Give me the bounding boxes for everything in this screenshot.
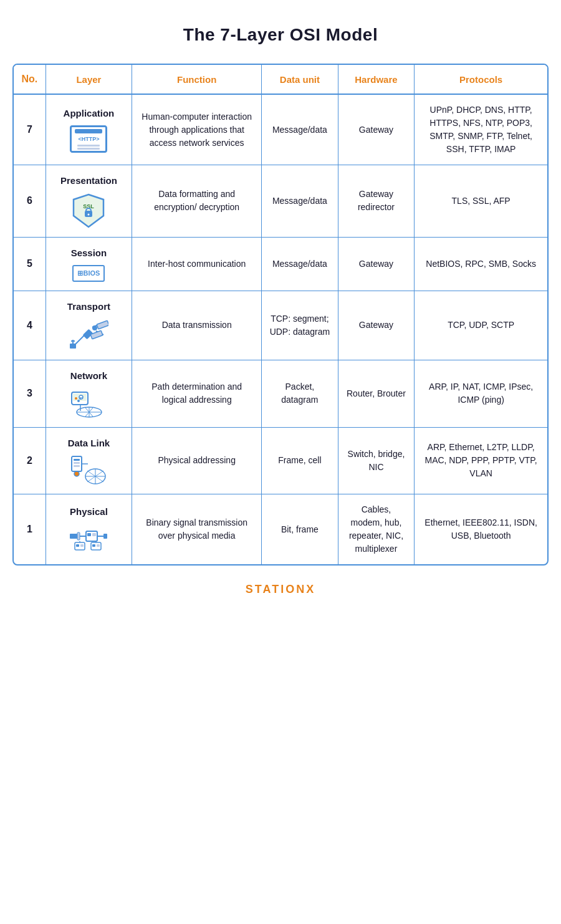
layer-name-text: Transport	[52, 300, 126, 314]
header-no: No.	[14, 65, 46, 94]
cell-layer: Data Link	[46, 427, 132, 494]
brand-part2: X	[306, 583, 315, 595]
cell-no: 2	[14, 427, 46, 494]
cell-hardware: Gateway	[338, 291, 415, 360]
layer-name-text: Session	[52, 246, 126, 261]
brand-part1: STATION	[246, 583, 306, 595]
svg-rect-39	[77, 532, 80, 540]
table-row: 6Presentation SSL Data formatting and en…	[14, 165, 547, 238]
satellite-icon	[69, 319, 108, 351]
svg-point-18	[75, 397, 77, 400]
cell-dataunit: Message/data	[262, 165, 338, 238]
svg-rect-10	[91, 330, 103, 339]
cell-protocols: TLS, SSL, AFP	[415, 165, 547, 238]
cell-layer: Session ⊞BIOS	[46, 237, 132, 291]
svg-rect-29	[74, 462, 80, 464]
svg-rect-38	[70, 534, 77, 539]
svg-rect-42	[87, 533, 91, 536]
layer-name-text: Data Link	[52, 436, 126, 451]
svg-rect-41	[86, 531, 97, 541]
cell-dataunit: Message/data	[262, 237, 338, 291]
osi-table: No. Layer Function Data unit Hardware Pr…	[14, 65, 547, 564]
svg-point-4	[88, 213, 90, 215]
svg-rect-9	[97, 320, 109, 329]
layer-icon-wrap	[52, 455, 126, 485]
cell-function: Physical addressing	[132, 427, 262, 494]
cell-function: Data transmission	[132, 291, 262, 360]
page-title: The 7-Layer OSI Model	[183, 25, 378, 45]
table-header-row: No. Layer Function Data unit Hardware Pr…	[14, 65, 547, 94]
cell-hardware: Gateway	[338, 94, 415, 165]
header-function: Function	[132, 65, 262, 94]
svg-rect-12	[70, 344, 76, 349]
cell-protocols: Ethernet, IEEE802.11, ISDN, USB, Bluetoo…	[415, 494, 547, 565]
cell-dataunit: Bit, frame	[262, 494, 338, 565]
cell-dataunit: Packet, datagram	[262, 360, 338, 428]
layer-name-text: Physical	[52, 505, 126, 519]
cell-layer: Network IP	[46, 360, 132, 428]
cell-layer: Presentation SSL	[46, 165, 132, 238]
physical-icon	[69, 524, 108, 554]
cell-no: 5	[14, 237, 46, 291]
header-layer: Layer	[46, 65, 132, 94]
cell-protocols: UPnP, DHCP, DNS, HTTP, HTTPS, NFS, NTP, …	[415, 94, 547, 165]
cell-function: Inter-host communication	[132, 237, 262, 291]
svg-rect-51	[92, 544, 95, 547]
cell-no: 1	[14, 494, 46, 565]
network-icon: IP	[69, 388, 108, 418]
table-row: 4Transport Data transmissionTCP: segment…	[14, 291, 547, 360]
osi-table-container: No. Layer Function Data unit Hardware Pr…	[12, 64, 549, 565]
layer-icon-wrap: ⊞BIOS	[52, 265, 126, 282]
cell-protocols: NetBIOS, RPC, SMB, Socks	[415, 237, 547, 291]
table-row: 2Data Link Physical addressingFrame, cel…	[14, 427, 547, 494]
table-row: 3Network IP Path determination and logic…	[14, 360, 547, 428]
header-dataunit: Data unit	[262, 65, 338, 94]
cell-function: Path determination and logical addressin…	[132, 360, 262, 428]
svg-rect-48	[80, 544, 84, 547]
cell-layer: Transport	[46, 291, 132, 360]
layer-icon-wrap: <HTTP>	[52, 125, 126, 153]
footer: STATIONX	[246, 583, 315, 596]
svg-point-11	[92, 325, 97, 330]
cell-no: 6	[14, 165, 46, 238]
ssl-icon: SSL	[72, 193, 105, 228]
cell-layer: Physical	[46, 494, 132, 565]
cell-no: 4	[14, 291, 46, 360]
header-hardware: Hardware	[338, 65, 415, 94]
svg-rect-47	[76, 544, 79, 547]
layer-icon-wrap	[52, 319, 126, 351]
svg-point-31	[74, 471, 79, 476]
cell-hardware: Switch, bridge, NIC	[338, 427, 415, 494]
netbios-icon: ⊞BIOS	[72, 265, 105, 282]
header-protocols: Protocols	[415, 65, 547, 94]
cell-dataunit: Message/data	[262, 94, 338, 165]
svg-rect-45	[103, 534, 107, 539]
svg-text:IP: IP	[80, 397, 84, 400]
layer-icon-wrap: SSL	[52, 193, 126, 228]
svg-rect-30	[74, 465, 80, 467]
layer-icon-wrap: IP	[52, 388, 126, 418]
http-icon: <HTTP>	[70, 125, 107, 153]
table-row: 1Physical Binary signal transmission ove…	[14, 494, 547, 565]
cell-hardware: Cables, modem, hub, repeater, NIC, multi…	[338, 494, 415, 565]
table-row: 7Application <HTTP> Human-computer inter…	[14, 94, 547, 165]
datalink-icon	[70, 455, 107, 485]
layer-icon-wrap	[52, 524, 126, 554]
layer-name-text: Presentation	[52, 174, 126, 188]
cell-protocols: ARP, IP, NAT, ICMP, IPsec, ICMP (ping)	[415, 360, 547, 428]
svg-rect-43	[92, 533, 96, 536]
cell-no: 7	[14, 94, 46, 165]
table-row: 5Session ⊞BIOSInter-host communicationMe…	[14, 237, 547, 291]
cell-hardware: Router, Brouter	[338, 360, 415, 428]
cell-hardware: Gateway	[338, 237, 415, 291]
svg-rect-52	[97, 544, 100, 547]
cell-no: 3	[14, 360, 46, 428]
cell-layer: Application <HTTP>	[46, 94, 132, 165]
cell-protocols: TCP, UDP, SCTP	[415, 291, 547, 360]
layer-name-text: Application	[52, 107, 126, 121]
brand-logo: STATIONX	[246, 583, 315, 596]
layer-name-text: Network	[52, 369, 126, 383]
cell-function: Binary signal transmission over physical…	[132, 494, 262, 565]
cell-dataunit: Frame, cell	[262, 427, 338, 494]
cell-function: Data formatting and encryption/ decrypti…	[132, 165, 262, 238]
